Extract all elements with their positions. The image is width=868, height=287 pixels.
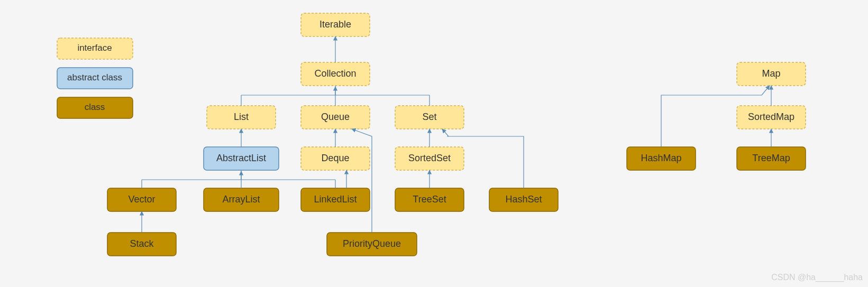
node-abstractlist-label: AbstractList <box>216 153 266 163</box>
legend-interface-label: interface <box>77 43 112 53</box>
node-map-label: Map <box>762 68 780 79</box>
node-priorityqueue-label: PriorityQueue <box>343 238 401 249</box>
node-set-label: Set <box>422 112 436 122</box>
node-iterable-label: Iterable <box>319 19 351 30</box>
node-collection-label: Collection <box>314 68 356 79</box>
node-deque-label: Deque <box>321 153 349 163</box>
legend-class-label: class <box>85 102 105 112</box>
watermark: CSDN @ha______haha <box>771 273 863 282</box>
node-stack-label: Stack <box>130 238 154 249</box>
node-list-label: List <box>234 112 249 122</box>
diagram-canvas: interface abstract class class Iterable … <box>0 0 868 287</box>
node-treemap-label: TreeMap <box>752 153 790 163</box>
node-sortedset-label: SortedSet <box>408 153 451 163</box>
node-hashset-label: HashSet <box>505 194 542 205</box>
node-queue-label: Queue <box>321 112 350 122</box>
node-vector-label: Vector <box>128 194 155 205</box>
legend-abstract-label: abstract class <box>67 72 122 82</box>
node-linkedlist-label: LinkedList <box>314 194 357 205</box>
node-treeset-label: TreeSet <box>413 194 446 205</box>
node-arraylist-label: ArrayList <box>222 194 260 205</box>
node-sortedmap-label: SortedMap <box>748 112 794 122</box>
legend: interface abstract class class <box>57 38 133 118</box>
node-hashmap-label: HashMap <box>641 153 681 163</box>
